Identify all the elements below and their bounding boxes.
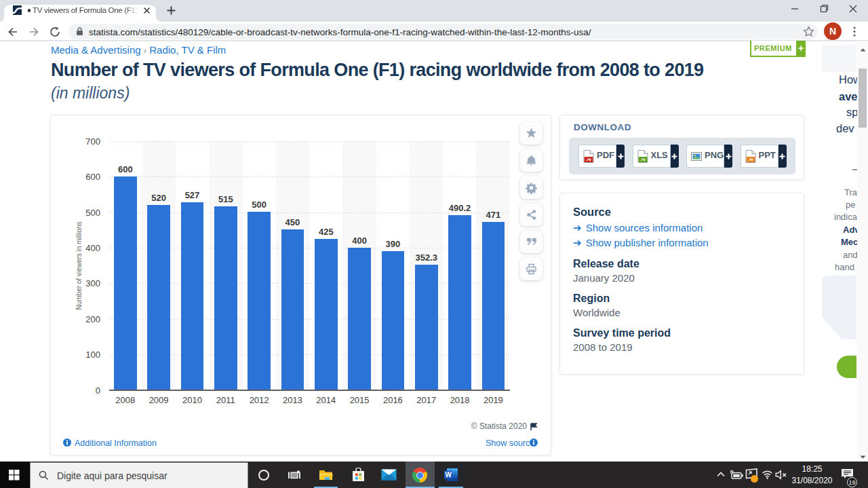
svg-text:W: W [446, 471, 452, 478]
